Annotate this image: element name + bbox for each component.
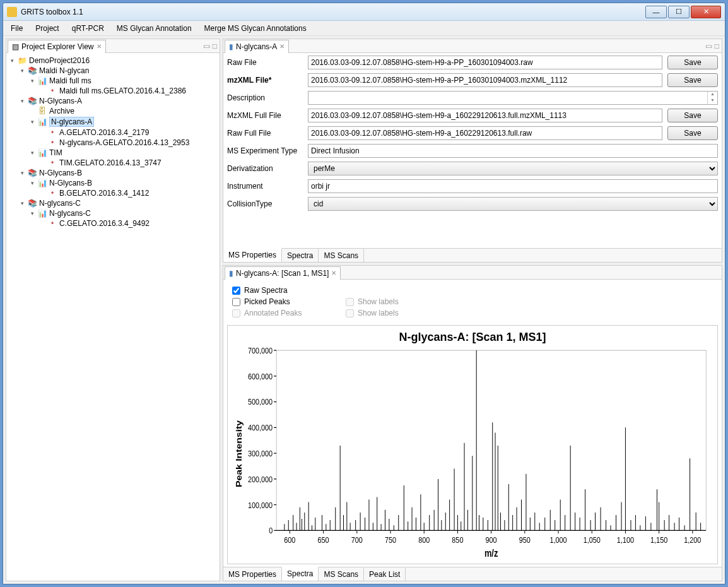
subtab-ms-scans[interactable]: MS Scans: [319, 249, 364, 262]
subtab-ms-properties-2[interactable]: MS Properties: [223, 567, 282, 581]
node-icon: •: [47, 219, 57, 228]
tree-node[interactable]: ▾📚Maldi N-glycan: [8, 66, 218, 76]
svg-text:100,000: 100,000: [248, 500, 273, 509]
editor-tab[interactable]: ▮ N-glycans-A ✕: [225, 40, 289, 53]
tree-node[interactable]: ▾📚N-glycans-C: [8, 198, 218, 208]
tree-node[interactable]: •A.GELATO.2016.3.4_2179: [8, 127, 218, 138]
maximize-button[interactable]: ☐: [668, 6, 690, 18]
tree-node[interactable]: ▾📊N-Glycans-B: [8, 178, 218, 188]
description-input[interactable]: [308, 91, 718, 105]
instr-label: Instrument: [227, 182, 303, 191]
menu-qrtpcr[interactable]: qRT-PCR: [67, 22, 109, 35]
picked-peaks-checkbox[interactable]: [232, 298, 240, 306]
menu-project[interactable]: Project: [30, 22, 64, 35]
subtab-ms-properties[interactable]: MS Properties: [223, 248, 282, 262]
project-tree[interactable]: ▾📁DemoProject2016▾📚Maldi N-glycan▾📊Maldi…: [6, 53, 220, 581]
mzxml-save-button[interactable]: Save: [667, 73, 718, 87]
spectrum-chart[interactable]: 0100,000200,000300,000400,000500,000600,…: [233, 347, 712, 561]
rawfull-label: Raw Full File: [227, 129, 303, 138]
chart-icon: 📊: [37, 76, 47, 85]
chart-icon: 📊: [37, 179, 47, 187]
expand-icon[interactable]: ▾: [19, 98, 25, 104]
tree-icon: ▤: [12, 42, 19, 51]
tree-node[interactable]: ▾📊TIM: [8, 148, 218, 158]
mzxml-full-input[interactable]: [308, 109, 662, 122]
expand-icon[interactable]: ▾: [29, 180, 35, 186]
subtab-spectra[interactable]: Spectra: [282, 249, 319, 262]
expand-icon[interactable]: ▾: [29, 119, 35, 125]
tree-label: N-glycans-A: [49, 117, 94, 127]
svg-text:1,100: 1,100: [617, 535, 634, 545]
properties-form: Raw File Save mzXML File* Save Descripti…: [223, 53, 722, 213]
close-button[interactable]: ✕: [691, 6, 721, 18]
close-icon[interactable]: ✕: [331, 270, 336, 276]
instr-input[interactable]: [308, 179, 718, 193]
tree-node[interactable]: •Maldi full ms.GELATO.2016.4.1_2386: [8, 86, 218, 96]
expand-icon[interactable]: ▾: [19, 200, 25, 206]
tree-node[interactable]: ▾📊N-glycans-C: [8, 208, 218, 218]
minimize-view-icon[interactable]: ▭: [705, 42, 712, 50]
rawfile-label: Raw File: [227, 58, 303, 67]
menu-file[interactable]: File: [6, 22, 28, 35]
svg-text:Peak Intensity: Peak Intensity: [234, 420, 243, 487]
titlebar[interactable]: GRITS toolbox 1.1 — ☐ ✕: [3, 3, 725, 21]
maximize-view-icon[interactable]: □: [213, 42, 217, 50]
close-icon[interactable]: ✕: [279, 43, 285, 50]
tree-label: TIM: [49, 148, 62, 157]
tree-node[interactable]: •B.GELATO.2016.3.4_1412: [8, 188, 218, 198]
tree-label: N-glycans-C: [39, 199, 81, 208]
expand-icon[interactable]: ▾: [29, 150, 35, 156]
subtab-spectra-2[interactable]: Spectra: [282, 567, 319, 581]
deriv-select[interactable]: perMe: [308, 162, 718, 175]
tree-node[interactable]: 🗄Archive: [8, 106, 218, 116]
rawfile-save-button[interactable]: Save: [667, 56, 718, 69]
tree-node[interactable]: •C.GELATO.2016.3.4_9492: [8, 218, 218, 228]
description-spinner[interactable]: ▲▼: [707, 92, 717, 104]
tree-node[interactable]: ▾📚N-Glycans-A: [8, 96, 218, 106]
tree-node[interactable]: ▾📁DemoProject2016: [8, 56, 218, 66]
minimize-button[interactable]: —: [645, 6, 667, 18]
spectra-tab[interactable]: ▮ N-glycans-A: [Scan 1, MS1] ✕: [225, 266, 341, 280]
show-labels-label-1: Show labels: [358, 297, 399, 306]
rawfile-input[interactable]: [308, 56, 662, 69]
expand-icon[interactable]: ▾: [19, 170, 25, 176]
raw-spectra-label: Raw Spectra: [244, 286, 288, 295]
tree-label: TIM.GELATO.2016.4.13_3747: [59, 158, 161, 167]
subtab-peak-list[interactable]: Peak List: [364, 567, 406, 581]
project-explorer-tab[interactable]: ▤ Project Explorer View ✕: [8, 40, 106, 53]
menu-ms-glycan-annotation[interactable]: MS Glycan Annotation: [112, 22, 197, 35]
expand-icon[interactable]: ▾: [29, 210, 35, 216]
maximize-view-icon[interactable]: □: [715, 42, 719, 50]
mzxml-full-save-button[interactable]: Save: [667, 109, 718, 122]
tree-node[interactable]: ▾📊N-glycans-A: [8, 116, 218, 127]
expand-icon[interactable]: ▾: [9, 57, 15, 64]
show-labels-label-2: Show labels: [358, 309, 399, 317]
tree-node[interactable]: •TIM.GELATO.2016.4.13_3747: [8, 158, 218, 168]
subtab-ms-scans-2[interactable]: MS Scans: [319, 567, 364, 581]
mstype-label: MS Experiment Type: [227, 146, 303, 155]
svg-rect-0: [276, 350, 706, 530]
window-title: GRITS toolbox 1.1: [21, 8, 645, 16]
expand-icon[interactable]: ▾: [29, 78, 35, 84]
raw-spectra-checkbox[interactable]: [232, 287, 240, 295]
project-explorer-panel: ▤ Project Explorer View ✕ ▭ □ ▾📁DemoProj…: [6, 39, 220, 581]
tree-node[interactable]: •N-glycans-A.GELATO.2016.4.13_2953: [8, 138, 218, 148]
rawfull-save-button[interactable]: Save: [667, 126, 718, 140]
mstype-input[interactable]: [308, 144, 718, 158]
svg-text:1,200: 1,200: [684, 535, 701, 545]
fold-icon: 📚: [27, 199, 37, 208]
editor-panel: ▮ N-glycans-A ✕ ▭ □ Raw File Save mzXML …: [223, 39, 722, 263]
app-window: GRITS toolbox 1.1 — ☐ ✕ File Project qRT…: [3, 3, 725, 584]
close-icon[interactable]: ✕: [97, 43, 102, 50]
expand-icon[interactable]: ▾: [19, 68, 25, 74]
minimize-view-icon[interactable]: ▭: [203, 42, 210, 50]
tree-node[interactable]: ▾📚N-Glycans-B: [8, 168, 218, 178]
rawfull-input[interactable]: [308, 126, 662, 140]
chart-title: N-glycans-A: [Scan 1, MS1]: [233, 331, 712, 344]
tree-node[interactable]: ▾📊Maldi full ms: [8, 76, 218, 86]
coll-select[interactable]: cid: [308, 197, 718, 211]
mzxml-input[interactable]: [308, 73, 662, 87]
coll-label: CollisionType: [227, 199, 303, 208]
svg-text:900: 900: [486, 535, 497, 545]
menu-merge-ms-glycan[interactable]: Merge MS Glycan Annotations: [199, 22, 312, 35]
